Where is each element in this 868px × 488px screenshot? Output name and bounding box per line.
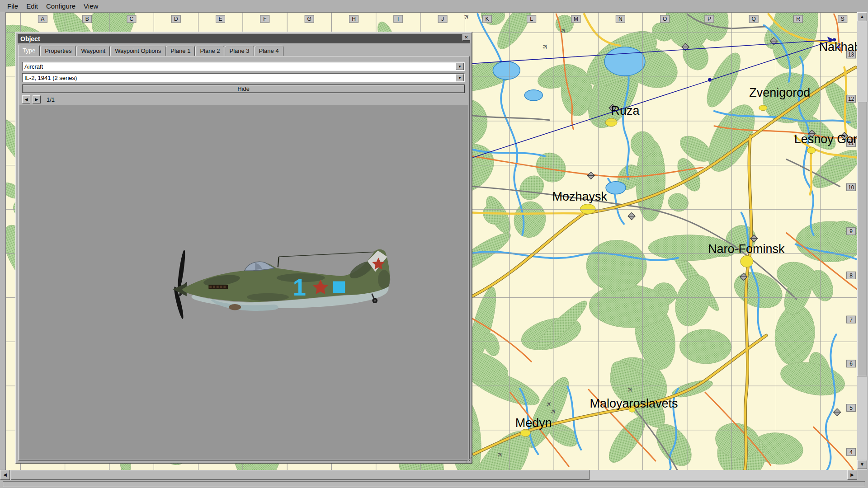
status-bar: [0, 480, 868, 488]
tab-properties[interactable]: Properties: [40, 46, 76, 56]
next-variant-button[interactable]: ▶: [33, 95, 41, 103]
dialog-title: Object: [20, 35, 40, 42]
horizontal-scroll-thumb[interactable]: [11, 470, 590, 480]
scroll-down-icon: ▼: [860, 462, 864, 467]
svg-text:K: K: [485, 16, 489, 22]
dialog-resize-grip[interactable]: [465, 456, 472, 463]
tab-waypoint-options[interactable]: Waypoint Options: [110, 46, 165, 56]
svg-text:6: 6: [849, 361, 853, 367]
menu-item-file[interactable]: File: [7, 2, 18, 10]
dialog-tabs: TypePropertiesWaypointWaypoint OptionsPl…: [18, 45, 284, 56]
map-town-label: Medyn: [515, 416, 552, 430]
tab-type[interactable]: Type: [18, 45, 40, 56]
aircraft-preview-image: 1: [169, 244, 424, 319]
dialog-titlebar[interactable]: Object: [18, 34, 470, 43]
hide-button-label: Hide: [237, 85, 250, 92]
dialog-content: Aircraft ▼ IL-2, 1941 (2 series) ▼ Hide …: [18, 56, 470, 461]
tab-waypoint[interactable]: Waypoint: [76, 46, 110, 56]
vertical-scrollbar[interactable]: ▲ ▼: [857, 12, 867, 470]
svg-text:I: I: [397, 16, 399, 22]
svg-text:D: D: [174, 16, 178, 22]
svg-text:A: A: [41, 16, 44, 22]
aircraft-preview-pane: 1: [19, 105, 468, 460]
svg-text:H: H: [352, 16, 356, 22]
svg-text:O: O: [663, 16, 667, 22]
menu-bar: FileEditConfigureView: [0, 0, 868, 12]
chevron-down-icon: ▼: [458, 65, 462, 69]
svg-text:R: R: [796, 16, 800, 22]
svg-text:B: B: [85, 16, 89, 22]
tab-plane-1[interactable]: Plane 1: [166, 46, 195, 56]
svg-text:N: N: [618, 16, 623, 22]
map-town-label: Ruza: [611, 104, 640, 117]
scroll-up-button[interactable]: ▲: [857, 12, 867, 21]
waypoint-dot-icon[interactable]: [708, 78, 712, 82]
svg-text:M: M: [574, 16, 578, 22]
hide-button[interactable]: Hide: [22, 84, 465, 93]
svg-text:S: S: [841, 16, 844, 22]
dropdown-button[interactable]: ▼: [456, 74, 464, 81]
status-bar-field: [3, 481, 865, 487]
svg-text:G: G: [307, 16, 311, 22]
svg-text:1: 1: [293, 274, 306, 300]
scroll-right-button[interactable]: ▶: [847, 470, 857, 480]
menu-item-view[interactable]: View: [84, 2, 98, 10]
waypoint-marker-icon[interactable]: [833, 38, 836, 41]
vertical-scroll-thumb[interactable]: [857, 102, 867, 376]
close-button[interactable]: ✕: [462, 34, 470, 41]
svg-text:C: C: [130, 16, 134, 22]
svg-text:7: 7: [849, 317, 853, 323]
dropdown-button[interactable]: ▼: [456, 63, 464, 70]
svg-text:4: 4: [849, 449, 853, 455]
scroll-left-button[interactable]: ◀: [0, 470, 10, 480]
chevron-down-icon: ▼: [458, 76, 462, 80]
object-dialog: Object ✕ TypePropertiesWaypointWaypoint …: [15, 32, 472, 464]
arrow-left-icon: ◀: [25, 97, 28, 102]
variant-pager: ◀ ▶ 1/1: [22, 95, 55, 103]
object-type-select[interactable]: Aircraft ▼: [22, 62, 465, 71]
arrow-right-icon: ▶: [35, 97, 38, 102]
menu-item-edit[interactable]: Edit: [26, 2, 38, 10]
svg-text:P: P: [708, 16, 711, 22]
svg-text:8: 8: [849, 272, 853, 279]
object-variant-select[interactable]: IL-2, 1941 (2 series) ▼: [22, 73, 465, 82]
svg-text:J: J: [441, 16, 444, 22]
pager-label: 1/1: [47, 96, 55, 103]
waypoint-number-label: 2: [837, 42, 841, 49]
svg-text:10: 10: [848, 184, 854, 191]
svg-text:9: 9: [849, 228, 853, 235]
svg-text:5: 5: [849, 405, 853, 411]
map-town-label: Maloyaroslavets: [590, 397, 678, 410]
scroll-right-icon: ▶: [850, 473, 854, 477]
svg-text:Q: Q: [752, 16, 756, 22]
svg-text:12: 12: [848, 96, 854, 102]
map-town-label: Mozhaysk: [552, 190, 607, 203]
object-type-value: Aircraft: [24, 63, 43, 70]
map-town-label: Naro-Fominsk: [708, 242, 785, 256]
tab-plane-3[interactable]: Plane 3: [225, 46, 254, 56]
map-town-label: Lesnoy Gorodok: [794, 132, 857, 146]
horizontal-scrollbar[interactable]: ◀ ▶: [0, 470, 857, 480]
tab-plane-2[interactable]: Plane 2: [195, 46, 224, 56]
tab-plane-4[interactable]: Plane 4: [255, 46, 283, 56]
object-variant-value: IL-2, 1941 (2 series): [24, 75, 77, 81]
scroll-down-button[interactable]: ▼: [857, 460, 867, 469]
close-icon: ✕: [464, 35, 468, 40]
scroll-up-icon: ▲: [860, 14, 864, 19]
menu-item-configure[interactable]: Configure: [46, 2, 75, 10]
prev-variant-button[interactable]: ◀: [22, 95, 30, 103]
svg-text:E: E: [219, 16, 222, 22]
svg-text:F: F: [263, 16, 266, 22]
scrollbar-corner: [857, 470, 867, 480]
scroll-left-icon: ◀: [3, 473, 7, 477]
svg-text:L: L: [530, 16, 533, 22]
map-town-label: Zvenigorod: [749, 86, 810, 99]
